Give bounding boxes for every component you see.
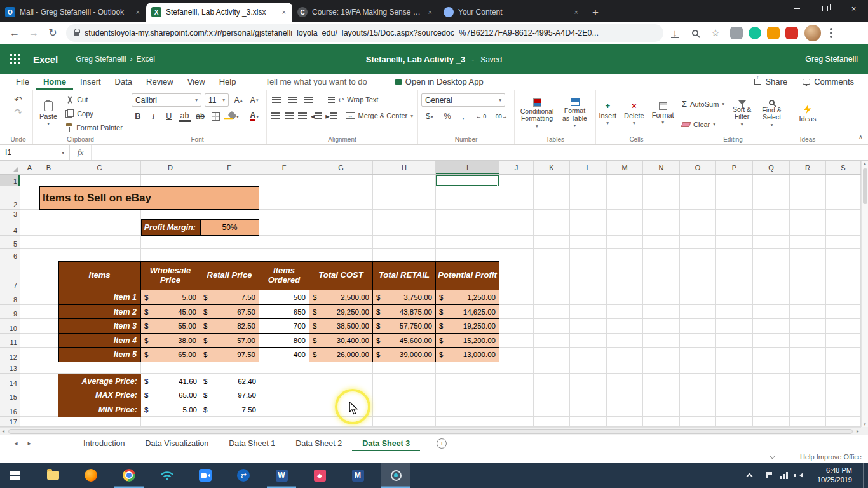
align-bottom-button[interactable] [302,93,315,106]
ideas-button[interactable]: Ideas [796,93,820,134]
format-as-table-button[interactable]: Format as Table▾ [557,93,592,134]
cell-C9[interactable]: Item 2 [58,305,141,319]
decrease-decimal-button[interactable]: .00→ [492,110,509,123]
underline-button[interactable]: U [163,110,175,123]
sync-app-button[interactable]: ⇄ [229,463,258,488]
grow-font-button[interactable]: A▴ [232,94,245,107]
download-icon[interactable]: ↓ [666,24,684,42]
refresh-button[interactable]: ↻ [43,24,62,43]
media-app-button[interactable]: ◆ [305,463,334,488]
flag-icon[interactable] [762,470,772,480]
strikethrough-button[interactable]: ab [194,110,207,123]
cell-D12[interactable]: $65.00 [141,348,200,362]
redo-button[interactable]: ↷ [10,106,26,119]
cell-I7[interactable]: Potential Profit [436,261,499,290]
name-box[interactable]: I1 ▾ [0,145,70,160]
double-underline-button[interactable]: ab [179,111,191,122]
row-header-15[interactable]: 15 [0,388,20,402]
percent-style-button[interactable]: % [441,110,454,123]
cell-C10[interactable]: Item 3 [58,319,141,334]
window-restore-button[interactable] [811,0,839,17]
collapse-ribbon-icon[interactable]: ∧ [858,133,863,140]
browser-tab-course[interactable]: Course: 19/FA Making Sense of D × [292,3,438,22]
format-painter-button[interactable]: Format Painter [64,123,124,132]
new-tab-button[interactable]: + [585,6,606,22]
hidden-icons-chevron[interactable] [745,470,755,480]
tab-close-icon[interactable]: × [427,8,433,16]
browser-tab-excel-active[interactable]: Stefanelli, Lab Activity _3.xlsx × [146,3,292,22]
fill-color-button[interactable]: ▾ [225,110,242,123]
column-header-R[interactable]: R [790,161,826,174]
extension-icon-4[interactable] [785,27,798,39]
cell-I11[interactable]: $15,200.00 [436,334,499,348]
column-header-M[interactable]: M [607,161,643,174]
zoom-icon[interactable] [686,24,704,42]
cell-D16[interactable]: $5.00 [141,402,200,417]
name-box-dropdown-icon[interactable]: ▾ [62,150,64,156]
column-header-Q[interactable]: Q [753,161,790,174]
site-security-lock-icon[interactable] [74,32,79,36]
row-header-16[interactable]: 16 [0,402,20,417]
cell-C7[interactable]: Items [58,261,141,290]
forward-button[interactable]: → [24,24,43,43]
number-format-combo[interactable]: General▾ [421,93,505,107]
cell-E16[interactable]: $7.50 [200,402,259,417]
comma-style-button[interactable]: , [457,110,470,123]
column-header-I[interactable]: I [436,161,499,174]
cell-D14[interactable]: $41.60 [141,374,200,388]
cell-C12[interactable]: Item 5 [58,348,141,362]
cell-H11[interactable]: $45,600.00 [373,334,436,348]
tab-file[interactable]: File [9,74,36,90]
comments-button[interactable]: Comments [796,74,860,90]
bold-button[interactable]: B [132,110,144,123]
url-text[interactable]: studentsloyola-my.sharepoint.com/:x:/r/p… [85,29,599,37]
cell-D11[interactable]: $38.00 [141,334,200,348]
column-header-E[interactable]: E [200,161,259,174]
save-status[interactable]: Saved [480,55,502,64]
cell-title[interactable]: Items to Sell on eBay [39,186,259,210]
cell-G9[interactable]: $29,250.00 [309,305,373,319]
row-header-7[interactable]: 7 [0,261,20,290]
cell-G11[interactable]: $30,400.00 [309,334,373,348]
file-explorer-button[interactable] [38,463,67,488]
network-icon[interactable] [779,470,789,480]
tab-view[interactable]: View [180,74,212,90]
column-header-B[interactable]: B [39,161,58,174]
cell-H8[interactable]: $3,750.00 [373,290,436,305]
prev-sheet-button[interactable]: ◂ [9,435,23,451]
wifi-app-button[interactable] [153,463,182,488]
wrap-text-button[interactable]: ↩Wrap Text [327,95,379,105]
row-header-6[interactable]: 6 [0,249,20,261]
row-header-4[interactable]: 4 [0,219,20,236]
address-bar[interactable]: studentsloyola-my.sharepoint.com/:x:/r/p… [66,24,663,42]
sheet-tab-introduction[interactable]: Introduction [73,435,135,451]
extension-icon-1[interactable] [730,27,743,39]
row-header-11[interactable]: 11 [0,334,20,348]
column-header-D[interactable]: D [141,161,200,174]
cell-I10[interactable]: $19,250.00 [436,319,499,334]
cell-F7[interactable]: Items Ordered [259,261,309,290]
cell-F12[interactable]: 400 [259,348,309,362]
start-button[interactable] [0,463,29,488]
cell-E12[interactable]: $97.50 [200,348,259,362]
cut-button[interactable]: Cut [64,95,124,104]
cell-C16[interactable]: MIN Price: [58,402,141,417]
m-app-button[interactable] [343,463,372,488]
cell-E10[interactable]: $82.50 [200,319,259,334]
column-header-J[interactable]: J [499,161,534,174]
breadcrumb-app[interactable]: Excel [137,55,155,64]
column-header-L[interactable]: L [570,161,607,174]
row-header-13[interactable]: 13 [0,362,20,374]
cell-D15[interactable]: $65.00 [141,388,200,402]
column-header-C[interactable]: C [58,161,141,174]
cell-F9[interactable]: 650 [259,305,309,319]
excel-app-name[interactable]: Excel [33,54,58,65]
align-top-button[interactable] [270,93,283,106]
row-header-1[interactable]: 1 [0,175,20,186]
fx-icon[interactable]: fx [70,145,92,160]
undo-button[interactable]: ↶ [10,93,26,106]
vertical-scroll-thumb[interactable] [863,168,867,204]
select-all-corner[interactable] [0,161,20,174]
row-header-5[interactable]: 5 [0,236,20,249]
column-header-A[interactable]: A [20,161,39,174]
